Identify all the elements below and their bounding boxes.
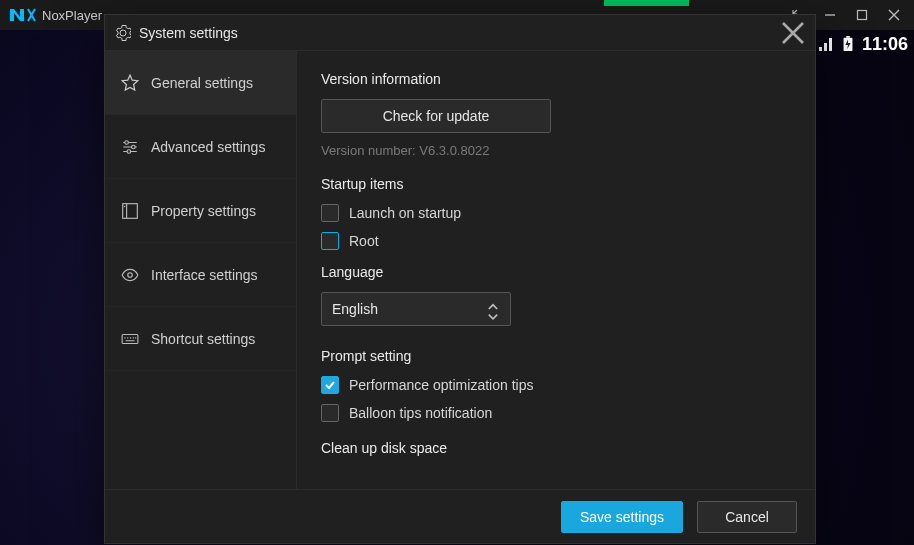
balloon-tips-checkbox[interactable] [321, 404, 339, 422]
dialog-title: System settings [139, 25, 238, 41]
language-select[interactable]: English [321, 292, 511, 326]
sidebar-item-label: Shortcut settings [151, 331, 255, 347]
language-selected-value: English [332, 301, 378, 317]
perf-tips-row[interactable]: Performance optimization tips [321, 376, 791, 394]
sidebar-item-label: Interface settings [151, 267, 258, 283]
keyboard-icon [121, 330, 139, 348]
sidebar-item-general[interactable]: General settings [105, 51, 296, 115]
close-button[interactable] [878, 0, 910, 30]
app-title: NoxPlayer [42, 8, 102, 23]
minimize-button[interactable] [814, 0, 846, 30]
dialog-footer: Save settings Cancel [105, 489, 815, 543]
root-row[interactable]: Root [321, 232, 791, 250]
app-logo: NoxPlayer [8, 7, 102, 23]
settings-dialog: System settings General settings Advance… [104, 14, 816, 544]
svg-point-9 [124, 205, 126, 207]
sidebar-item-property[interactable]: Property settings [105, 179, 296, 243]
sidebar-item-advanced[interactable]: Advanced settings [105, 115, 296, 179]
sidebar-item-label: Property settings [151, 203, 256, 219]
dialog-header: System settings [105, 15, 815, 51]
svg-rect-1 [858, 11, 867, 20]
sidebar-item-interface[interactable]: Interface settings [105, 243, 296, 307]
save-settings-label: Save settings [580, 509, 664, 525]
check-update-button[interactable]: Check for update [321, 99, 551, 133]
settings-sidebar: General settings Advanced settings Prope… [105, 51, 297, 489]
star-icon [121, 74, 139, 92]
section-title-startup: Startup items [321, 176, 791, 192]
version-number-text: Version number: V6.3.0.8022 [321, 143, 791, 158]
dialog-close-button[interactable] [781, 21, 805, 45]
sidebar-item-label: General settings [151, 75, 253, 91]
cancel-label: Cancel [725, 509, 769, 525]
svg-point-10 [128, 272, 133, 277]
sidebar-item-shortcut[interactable]: Shortcut settings [105, 307, 296, 371]
svg-rect-3 [846, 36, 850, 38]
balloon-tips-label: Balloon tips notification [349, 405, 492, 421]
close-icon [781, 21, 805, 45]
eye-icon [121, 266, 139, 284]
checkmark-icon [324, 379, 336, 391]
svg-point-4 [125, 140, 129, 144]
battery-icon [840, 36, 856, 52]
gear-icon [115, 25, 131, 41]
signal-icon [818, 36, 834, 52]
dialog-body: General settings Advanced settings Prope… [105, 51, 815, 489]
launch-on-startup-checkbox[interactable] [321, 204, 339, 222]
sliders-icon [121, 138, 139, 156]
cancel-button[interactable]: Cancel [697, 501, 797, 533]
info-panel-icon [121, 202, 139, 220]
close-icon [888, 9, 900, 21]
chevron-updown-icon [486, 302, 500, 316]
accent-strip [604, 0, 689, 6]
section-title-cleanup: Clean up disk space [321, 440, 791, 456]
section-title-language: Language [321, 264, 791, 280]
sidebar-item-label: Advanced settings [151, 139, 265, 155]
svg-point-6 [127, 149, 131, 153]
section-title-version: Version information [321, 71, 791, 87]
save-settings-button[interactable]: Save settings [561, 501, 683, 533]
status-time: 11:06 [862, 34, 908, 55]
perf-tips-label: Performance optimization tips [349, 377, 533, 393]
app-window: NoxPlayer ⋯ 11:06 [0, 0, 914, 545]
perf-tips-checkbox[interactable] [321, 376, 339, 394]
root-label: Root [349, 233, 379, 249]
settings-content: Version information Check for update Ver… [297, 51, 815, 489]
launch-on-startup-label: Launch on startup [349, 205, 461, 221]
minimize-icon [824, 9, 836, 21]
maximize-icon [856, 9, 868, 21]
svg-point-5 [132, 145, 136, 149]
maximize-button[interactable] [846, 0, 878, 30]
launch-on-startup-row[interactable]: Launch on startup [321, 204, 791, 222]
section-title-prompt: Prompt setting [321, 348, 791, 364]
check-update-label: Check for update [383, 108, 490, 124]
balloon-tips-row[interactable]: Balloon tips notification [321, 404, 791, 422]
root-checkbox[interactable] [321, 232, 339, 250]
svg-rect-11 [122, 334, 138, 343]
nox-logo-icon [8, 7, 36, 23]
